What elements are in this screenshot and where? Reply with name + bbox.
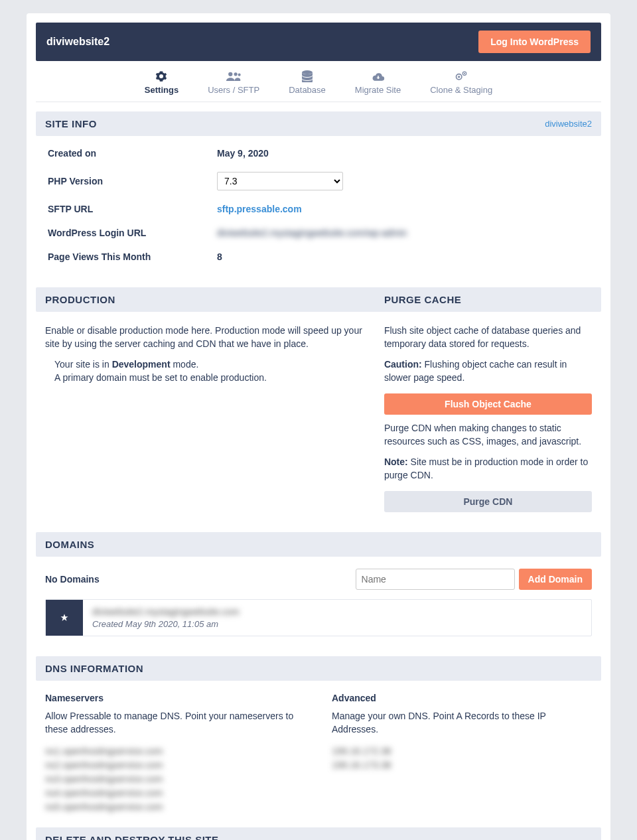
tab-label: Settings — [145, 85, 178, 95]
tab-users-sftp[interactable]: Users / SFTP — [208, 70, 259, 95]
site-info-header: SITE INFO diviwebsite2 — [36, 111, 601, 136]
nameservers-desc: Allow Pressable to manage DNS. Point you… — [45, 710, 305, 736]
php-version-select[interactable]: 7.3 — [217, 172, 343, 190]
purge-cache-heading: PURGE CACHE — [384, 294, 461, 305]
cache-desc: Flush site object cache of database quer… — [384, 324, 592, 351]
wp-login-value[interactable]: diviwebsite2.mystagingwebsite.com/wp-adm… — [217, 228, 589, 238]
wp-login-label: WordPress Login URL — [48, 228, 217, 238]
cdn-note: Note: Site must be in production mode in… — [384, 455, 592, 482]
production-desc: Enable or disable production mode here. … — [45, 324, 371, 351]
nameserver-entry: ns4.openhostingservice.com — [45, 786, 305, 800]
nameserver-entry: ns1.openhostingservice.com — [45, 744, 305, 758]
page-views-label: Page Views This Month — [48, 251, 217, 262]
primary-domain-star[interactable] — [46, 600, 83, 636]
flush-object-cache-button[interactable]: Flush Object Cache — [384, 393, 592, 415]
domain-created-meta: Created May 9th 2020, 11:05 am — [92, 619, 582, 629]
tab-database[interactable]: Database — [289, 70, 326, 95]
tab-bar: SettingsUsers / SFTPDatabaseMigrate Site… — [36, 61, 601, 102]
domain-name-input[interactable] — [356, 569, 515, 590]
no-domains-label: No Domains — [45, 574, 100, 585]
tab-migrate-site[interactable]: Migrate Site — [355, 70, 401, 95]
purge-cdn-button[interactable]: Purge CDN — [384, 491, 592, 512]
delete-heading: DELETE AND DESTROY THIS SITE — [45, 834, 219, 840]
cloud-down-icon — [372, 70, 385, 82]
cache-caution: Caution: Flushing object cache can resul… — [384, 358, 592, 385]
prod-cache-header: PRODUCTION PURGE CACHE — [36, 287, 601, 312]
database-icon — [302, 70, 313, 82]
nameserver-entry: ns5.openhostingservice.com — [45, 800, 305, 814]
nameserver-entry: ns3.openhostingservice.com — [45, 772, 305, 786]
svg-point-1 — [234, 72, 238, 76]
created-on-label: Created on — [48, 148, 217, 159]
dns-header: DNS INFORMATION — [36, 656, 601, 681]
tab-label: Clone & Staging — [430, 85, 492, 95]
php-version-label: PHP Version — [48, 176, 217, 186]
tab-label: Migrate Site — [355, 85, 401, 95]
dns-heading: DNS INFORMATION — [45, 663, 143, 674]
gear-icon — [155, 70, 167, 82]
users-icon — [226, 70, 241, 82]
tab-label: Users / SFTP — [208, 85, 259, 95]
page-views-value: 8 — [217, 251, 589, 262]
login-wordpress-button[interactable]: Log Into WordPress — [478, 31, 591, 53]
svg-point-4 — [458, 76, 460, 78]
sftp-url-label: SFTP URL — [48, 204, 217, 214]
nameserver-list: ns1.openhostingservice.comns2.openhostin… — [45, 744, 305, 814]
ip-list: 199.16.172.38199.16.173.38 — [332, 744, 592, 772]
title-bar: diviwebsite2 Log Into WordPress — [36, 23, 601, 61]
production-heading: PRODUCTION — [45, 294, 384, 305]
site-info-link[interactable]: diviwebsite2 — [545, 119, 592, 129]
sftp-url-value[interactable]: sftp.pressable.com — [217, 204, 589, 214]
svg-point-2 — [238, 74, 241, 76]
cdn-desc: Purge CDN when making changes to static … — [384, 421, 592, 449]
tab-settings[interactable]: Settings — [145, 70, 178, 95]
site-info-table: Created on May 9, 2020 PHP Version 7.3 S… — [36, 136, 601, 278]
nameservers-heading: Nameservers — [45, 693, 305, 703]
domain-name-value: diviwebsite2.mystagingwebsite.com — [92, 606, 582, 617]
nameserver-entry: ns2.openhostingservice.com — [45, 758, 305, 772]
gears-icon — [455, 70, 468, 82]
site-info-heading: SITE INFO — [45, 118, 97, 129]
domains-header: DOMAINS — [36, 532, 601, 557]
star-icon — [60, 613, 69, 622]
ip-entry: 199.16.172.38 — [332, 744, 592, 758]
dev-mode-line2: A primary domain must be set to enable p… — [54, 371, 371, 384]
svg-point-3 — [302, 70, 313, 74]
dev-mode-line1: Your site is in Development mode. — [54, 358, 371, 371]
delete-header: DELETE AND DESTROY THIS SITE — [36, 827, 601, 840]
tab-clone-staging[interactable]: Clone & Staging — [430, 70, 492, 95]
advanced-desc: Manage your own DNS. Point A Records to … — [332, 710, 592, 736]
svg-point-5 — [464, 73, 465, 74]
add-domain-button[interactable]: Add Domain — [519, 569, 592, 590]
site-name: diviwebsite2 — [46, 36, 109, 48]
domains-heading: DOMAINS — [45, 539, 94, 550]
ip-entry: 199.16.173.38 — [332, 758, 592, 772]
tab-label: Database — [289, 85, 326, 95]
svg-point-0 — [228, 72, 232, 76]
advanced-heading: Advanced — [332, 693, 592, 703]
domain-row: diviwebsite2.mystagingwebsite.com Create… — [45, 599, 592, 636]
created-on-value: May 9, 2020 — [217, 148, 589, 159]
